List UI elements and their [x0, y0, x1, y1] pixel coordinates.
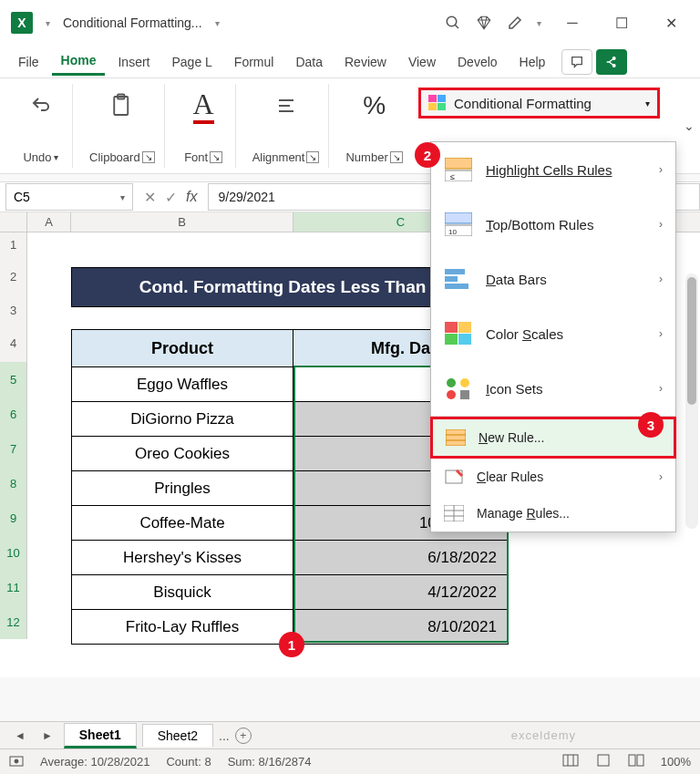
launcher-icon[interactable]: ↘: [306, 151, 319, 163]
sheet-tab-2[interactable]: Sheet2: [142, 724, 213, 747]
row-header[interactable]: 1: [0, 232, 27, 256]
close-button[interactable]: ✕: [653, 5, 689, 41]
header-product[interactable]: Product: [71, 329, 293, 367]
view-page-break-icon[interactable]: [628, 754, 644, 769]
tab-data[interactable]: Data: [286, 49, 332, 75]
name-box[interactable]: C5 ▾: [5, 183, 133, 211]
vertical-scrollbar[interactable]: [685, 273, 698, 529]
cell-product[interactable]: Eggo Waffles: [71, 367, 293, 402]
menu-color-scales[interactable]: Color Scales ›: [431, 306, 675, 361]
select-all-corner[interactable]: [0, 212, 27, 232]
diamond-icon[interactable]: [475, 14, 493, 32]
cell-date[interactable]: 6/18/2022: [293, 541, 509, 575]
table-row: Hershey's Kisses6/18/2022: [71, 541, 509, 575]
alignment-icon[interactable]: [273, 88, 300, 124]
tab-review[interactable]: Review: [335, 49, 396, 75]
tab-developer[interactable]: Develo: [448, 49, 507, 75]
minimize-button[interactable]: ─: [554, 5, 591, 41]
tab-view[interactable]: View: [399, 49, 445, 75]
menu-data-bars[interactable]: Data Bars ›: [431, 252, 675, 306]
row-header[interactable]: 6: [0, 397, 27, 431]
col-header-b[interactable]: B: [71, 212, 293, 232]
conditional-formatting-button[interactable]: Conditional Formatting ▾: [418, 88, 660, 119]
launcher-icon[interactable]: ↘: [390, 151, 403, 163]
zoom-level[interactable]: 100%: [661, 755, 691, 769]
paste-icon[interactable]: [108, 88, 136, 124]
sheet-tab-1[interactable]: Sheet1: [64, 723, 137, 748]
tab-home[interactable]: Home: [52, 47, 106, 76]
enter-icon[interactable]: ✓: [165, 189, 177, 206]
cell-date[interactable]: 8/10/2021: [293, 610, 509, 645]
share-button[interactable]: [596, 49, 627, 75]
menu-highlight-cells[interactable]: ≤ Highlight Cells Rules ›: [431, 142, 675, 197]
comments-button[interactable]: [561, 49, 592, 75]
svg-point-2: [613, 57, 616, 59]
chevron-down-icon[interactable]: ▾: [54, 152, 58, 162]
ribbon-collapse-icon[interactable]: ⌄: [684, 119, 695, 133]
chevron-right-icon: ›: [659, 382, 663, 395]
row-header[interactable]: 8: [0, 466, 27, 501]
menu-manage-rules[interactable]: Manage Rules...: [431, 495, 675, 531]
font-icon[interactable]: A: [193, 88, 214, 124]
svg-point-28: [447, 390, 456, 399]
status-average: Average: 10/28/2021: [40, 755, 149, 769]
launcher-icon[interactable]: ↘: [210, 151, 222, 163]
cell-product[interactable]: Hershey's Kisses: [71, 541, 293, 575]
view-page-layout-icon[interactable]: [595, 754, 612, 769]
menu-label: Clear Rules: [477, 470, 543, 484]
callout-2: 2: [415, 142, 440, 168]
cancel-icon[interactable]: ✕: [144, 189, 156, 206]
view-normal-icon[interactable]: [562, 754, 579, 769]
tab-help[interactable]: Help: [510, 49, 555, 75]
percent-icon[interactable]: %: [363, 88, 386, 124]
record-macro-icon[interactable]: [9, 754, 24, 769]
chevron-down-icon[interactable]: ▾: [120, 192, 125, 202]
sheet-nav-next[interactable]: ►: [36, 729, 58, 742]
tab-file[interactable]: File: [9, 49, 48, 75]
row-header[interactable]: 3: [0, 296, 27, 324]
cell-product[interactable]: Frito-Lay Ruffles: [71, 610, 293, 645]
undo-icon[interactable]: [27, 88, 55, 124]
cell-date[interactable]: 4/12/2022: [293, 575, 509, 610]
tab-page-layout[interactable]: Page L: [162, 49, 221, 75]
row-header[interactable]: 11: [0, 570, 27, 604]
manage-rules-icon: [444, 504, 464, 522]
pen-icon[interactable]: [506, 14, 524, 32]
launcher-icon[interactable]: ↘: [142, 151, 155, 163]
cell-product[interactable]: DiGiorno Pizza: [71, 402, 293, 437]
titlebar: X ▾ Conditional Formatting... ▾ ▾ ─ ☐ ✕: [0, 0, 700, 46]
fx-icon[interactable]: fx: [186, 189, 197, 205]
row-header[interactable]: 9: [0, 501, 27, 535]
excel-logo: X: [11, 12, 33, 34]
col-header-a[interactable]: A: [27, 212, 71, 232]
row-header[interactable]: 2: [0, 256, 27, 296]
cell-product[interactable]: Pringles: [71, 471, 293, 506]
cell-product[interactable]: Oreo Cookies: [71, 437, 293, 471]
menu-top-bottom[interactable]: 10 Top/Bottom Rules ›: [431, 197, 675, 252]
sheet-more[interactable]: ...: [219, 728, 230, 743]
title-dropdown-icon[interactable]: ▾: [215, 18, 220, 28]
number-label: Number: [345, 150, 387, 164]
row-header[interactable]: 7: [0, 431, 27, 466]
svg-rect-40: [563, 755, 578, 766]
row-header[interactable]: 4: [0, 324, 27, 362]
maximize-button[interactable]: ☐: [603, 5, 640, 41]
tab-insert[interactable]: Insert: [108, 49, 159, 75]
menu-label: Icon Sets: [486, 381, 543, 397]
tab-formulas[interactable]: Formul: [225, 49, 283, 75]
row-header[interactable]: 10: [0, 535, 27, 570]
menu-clear-rules[interactable]: Clear Rules ›: [431, 459, 675, 495]
chevron-down-icon: ▾: [645, 98, 650, 108]
pen-chevron-icon[interactable]: ▾: [537, 18, 541, 28]
qat-dropdown-icon[interactable]: ▾: [46, 18, 50, 28]
icon-sets-icon: [444, 376, 473, 401]
row-header[interactable]: 12: [0, 604, 27, 639]
row-header[interactable]: 5: [0, 362, 27, 397]
menu-icon-sets[interactable]: Icon Sets ›: [431, 361, 675, 416]
search-icon[interactable]: [444, 14, 462, 32]
cell-product[interactable]: Coffee-Mate: [71, 506, 293, 541]
cell-product[interactable]: Bisquick: [71, 575, 293, 610]
add-sheet-button[interactable]: +: [235, 728, 252, 744]
sheet-nav-prev[interactable]: ◄: [9, 729, 31, 742]
scrollbar-thumb[interactable]: [687, 277, 696, 405]
